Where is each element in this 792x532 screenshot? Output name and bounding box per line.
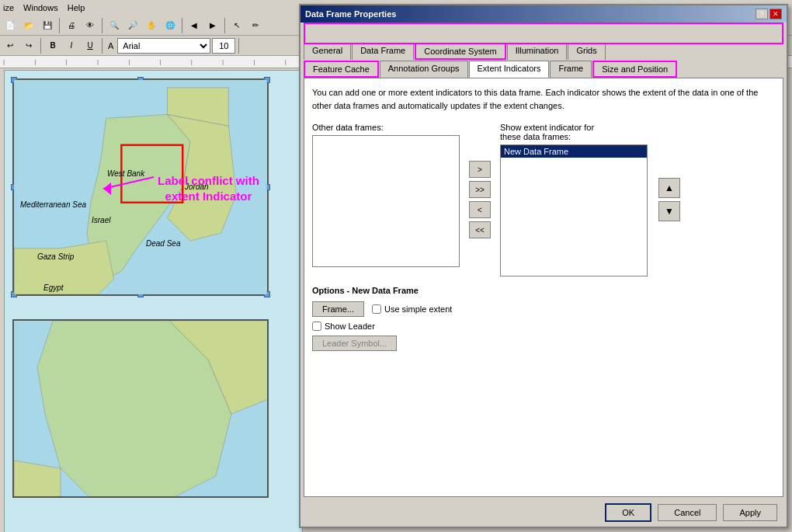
undo-btn[interactable]: ↩ — [2, 37, 19, 54]
use-simple-extent-text: Use simple extent — [384, 304, 452, 314]
save-btn[interactable]: 💾 — [39, 17, 56, 34]
tab-content-extentindicators: You can add one or more extent indicator… — [304, 78, 783, 497]
cancel-button[interactable]: Cancel — [658, 504, 717, 521]
menu-windows[interactable]: Windows — [23, 3, 58, 12]
label-mediterranean: Mediterranean Sea — [20, 200, 86, 209]
tab-dataframe[interactable]: Data Frame — [352, 43, 414, 60]
map-bottom-frame[interactable] — [12, 319, 269, 498]
tabs-row1: General Data Frame Coordinate System Ill… — [300, 43, 787, 60]
globe-btn[interactable]: 🌐 — [162, 17, 179, 34]
other-frames-listbox[interactable] — [312, 135, 460, 267]
up-btn[interactable]: ▲ — [658, 178, 680, 198]
pan-btn[interactable]: ✋ — [143, 17, 160, 34]
description-text: You can add one or more extent indicator… — [312, 86, 775, 112]
tab-annotationgroups[interactable]: Annotation Groups — [380, 61, 468, 78]
sep6 — [102, 38, 102, 54]
zoom-in-btn[interactable]: 🔍 — [106, 17, 123, 34]
print-btn[interactable]: 🖨 — [63, 17, 80, 34]
frame-button[interactable]: Frame... — [312, 301, 364, 317]
label-gazastrip: Gaza Strip — [37, 252, 74, 261]
show-extent-label: Show extent indicator forthese data fram… — [500, 123, 648, 141]
add-one-btn[interactable]: > — [469, 161, 491, 178]
italic-btn[interactable]: I — [63, 37, 80, 54]
dialog-titlebar: Data Frame Properties ? ✕ — [300, 5, 787, 23]
tab-extentindicators[interactable]: Extent Indicators — [469, 61, 550, 78]
sep5 — [40, 38, 41, 54]
help-btn[interactable]: ? — [756, 9, 768, 19]
options-row-2: Show Leader — [312, 322, 775, 331]
new-btn[interactable]: 📄 — [2, 17, 19, 34]
frames-section: Other data frames: > >> < << Show extent… — [312, 123, 775, 276]
show-leader-label[interactable]: Show Leader — [312, 322, 375, 331]
annotation-arrow-svg — [96, 165, 173, 204]
menu-ize[interactable]: ize — [3, 3, 14, 12]
options-section: Options - New Data Frame Frame... Use si… — [312, 286, 775, 351]
options-title: Options - New Data Frame — [312, 286, 775, 295]
options-row-1: Frame... Use simple extent — [312, 301, 775, 317]
sep3 — [182, 18, 182, 33]
underline-btn[interactable]: U — [82, 37, 99, 54]
svg-marker-4 — [14, 241, 113, 294]
show-extent-column: Show extent indicator forthese data fram… — [500, 123, 648, 276]
open-btn[interactable]: 📂 — [20, 17, 37, 34]
tab-featurecache[interactable]: Feature Cache — [304, 61, 379, 78]
print-preview-btn[interactable]: 👁 — [82, 17, 99, 34]
leader-symbol-button[interactable]: Leader Symbol... — [312, 336, 397, 351]
bold-btn[interactable]: B — [44, 37, 61, 54]
back-btn[interactable]: ◀ — [186, 17, 203, 34]
forward-btn[interactable]: ▶ — [204, 17, 221, 34]
tab-illumination[interactable]: Illumination — [507, 43, 568, 60]
font-size-input[interactable] — [212, 38, 235, 54]
main-layout: Mediterranean Sea West Bank Jordan Israe… — [0, 66, 792, 532]
sep1 — [59, 18, 60, 33]
show-extent-listbox[interactable]: New Data Frame — [500, 144, 648, 276]
svg-marker-8 — [103, 183, 111, 195]
sep2 — [102, 18, 102, 33]
dialog: Data Frame Properties ? ✕ General Data F… — [299, 4, 788, 528]
sep4 — [224, 18, 225, 33]
tab-sizeandposition[interactable]: Size and Position — [592, 61, 677, 78]
label-israel: Israel — [92, 216, 110, 224]
use-simple-extent-checkbox[interactable] — [372, 304, 381, 314]
use-simple-extent-label[interactable]: Use simple extent — [372, 304, 452, 314]
show-leader-text: Show Leader — [325, 322, 375, 331]
remove-all-btn[interactable]: << — [469, 221, 491, 238]
titlebar-buttons: ? ✕ — [756, 9, 782, 19]
down-btn[interactable]: ▼ — [658, 201, 680, 221]
ok-button[interactable]: OK — [605, 503, 651, 522]
sep7 — [238, 38, 239, 54]
map-area: Mediterranean Sea West Bank Jordan Israe… — [4, 70, 303, 532]
menu-help[interactable]: Help — [68, 3, 85, 12]
target-frame-item[interactable]: New Data Frame — [501, 145, 647, 158]
tab-general[interactable]: General — [304, 43, 351, 60]
dialog-title: Data Frame Properties — [305, 9, 396, 19]
pink-highlight-tabs-row1 — [304, 23, 783, 44]
remove-one-btn[interactable]: < — [469, 201, 491, 218]
label-egypt: Egypt — [43, 283, 64, 292]
label-deadsea: Dead Sea — [146, 239, 180, 248]
tabs-row2: Feature Cache Annotation Groups Extent I… — [300, 61, 787, 78]
arrow-buttons-group: > >> < << — [466, 123, 494, 276]
apply-button[interactable]: Apply — [723, 504, 777, 521]
other-frames-column: Other data frames: — [312, 123, 460, 276]
dialog-footer: OK Cancel Apply — [300, 497, 787, 528]
edit-btn[interactable]: ✏ — [247, 17, 264, 34]
tab-grids[interactable]: Grids — [568, 43, 605, 60]
tab-frame[interactable]: Frame — [550, 61, 592, 78]
options-row-3: Leader Symbol... — [312, 336, 775, 351]
tab-coordinatesystem[interactable]: Coordinate System — [415, 43, 506, 60]
redo-btn[interactable]: ↪ — [20, 37, 37, 54]
map-top-frame[interactable]: Mediterranean Sea West Bank Jordan Israe… — [12, 78, 269, 296]
annotation-container: Label conflict withextent Indicator — [158, 173, 259, 203]
font-label: A — [106, 41, 116, 50]
close-btn[interactable]: ✕ — [769, 9, 782, 19]
other-frames-label: Other data frames: — [312, 123, 460, 132]
show-leader-checkbox[interactable] — [312, 322, 321, 331]
select-btn[interactable]: ↖ — [228, 17, 245, 34]
font-select[interactable]: Arial — [117, 38, 210, 54]
updown-buttons: ▲ ▼ — [654, 123, 680, 276]
zoom-out-btn[interactable]: 🔎 — [124, 17, 141, 34]
map-bottom-svg — [14, 321, 269, 498]
add-all-btn[interactable]: >> — [469, 181, 491, 198]
